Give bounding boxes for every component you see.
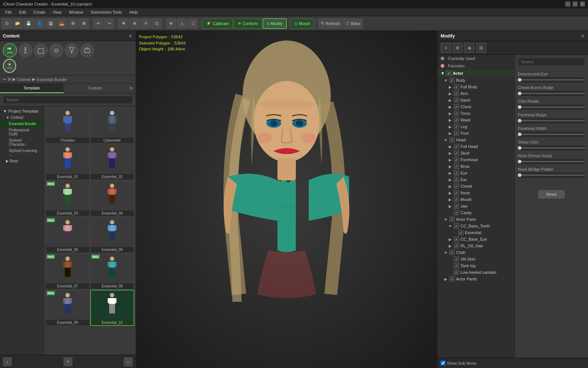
breadcrumb-clothed[interactable]: Clothed <box>17 77 31 82</box>
undo-button[interactable]: ↩ <box>93 18 103 29</box>
sliders-icon-button[interactable]: ≡ <box>441 43 451 53</box>
st-cavity[interactable]: Cavity <box>438 209 514 216</box>
transform-icon-button[interactable]: ⊕ <box>452 43 463 53</box>
grid-item-essential02[interactable]: Essential_02 <box>90 144 135 180</box>
tab-template[interactable]: Template <box>0 84 64 93</box>
st-forehead[interactable]: ▶ Forehead <box>438 156 514 163</box>
tree-essential-bundle[interactable]: Essential Bundle <box>0 121 44 127</box>
export-button[interactable]: 📤 <box>57 18 67 29</box>
arm-checkbox[interactable] <box>454 91 459 96</box>
view1-button[interactable]: 👁 <box>166 18 176 29</box>
downturned-eye-slider[interactable] <box>518 79 585 81</box>
st-actor-parts[interactable]: ▼ Actor Parts <box>438 216 514 223</box>
tab-custom[interactable]: Custom <box>64 84 127 93</box>
favorites-row[interactable]: Favorites <box>438 62 514 70</box>
st-torso[interactable]: ▶ Torso <box>438 110 514 117</box>
cc-eye-checkbox[interactable] <box>454 237 459 242</box>
st-chest[interactable]: ▶ Chest <box>438 103 514 110</box>
tree-group-header-project[interactable]: ▼ Project Template <box>0 108 44 114</box>
view2-button[interactable]: △ <box>177 18 187 29</box>
home-button[interactable]: ⊞ <box>8 77 11 82</box>
st-skull[interactable]: ▶ Skull <box>438 150 514 156</box>
character-mode-button[interactable] <box>3 43 17 57</box>
import-image-button[interactable]: 🖼 <box>46 18 56 29</box>
new-button[interactable]: ⊡ <box>1 18 12 29</box>
leg-checkbox[interactable] <box>454 124 459 129</box>
menu-file[interactable]: File <box>1 9 15 15</box>
essential-checkbox[interactable] <box>458 230 463 235</box>
currently-used-row[interactable]: Currently Used <box>438 55 514 62</box>
breadcrumb-essential[interactable]: Essential Bundle <box>37 77 67 82</box>
maximize-button[interactable]: □ <box>573 1 578 7</box>
st-tank-top[interactable]: Tank top <box>438 262 514 269</box>
menu-view[interactable]: View <box>49 9 65 15</box>
st-cc-base-teeth[interactable]: ▼ CC_Base_Teeth <box>438 223 514 229</box>
st-hand[interactable]: ▶ Hand <box>438 97 514 103</box>
avatar-button[interactable] <box>3 59 16 73</box>
show-sub-items-checkbox[interactable] <box>441 361 445 365</box>
modify-button[interactable]: ≡ Modify <box>263 18 287 29</box>
scroll-down-button[interactable]: ↓ <box>3 357 12 366</box>
menu-submission-tools[interactable]: Submission Tools <box>87 9 126 15</box>
transform-button[interactable]: ⊠ <box>79 18 89 29</box>
cavity-checkbox[interactable] <box>454 210 459 215</box>
grid-item-christian[interactable]: Christian <box>46 108 90 144</box>
st-full-body[interactable]: ▶ Full Body <box>438 84 514 90</box>
move-button[interactable]: ⊕ <box>129 18 140 29</box>
jaw-checkbox[interactable] <box>454 204 459 209</box>
st-arm[interactable]: ▶ Arm <box>438 90 514 97</box>
hair-button[interactable] <box>65 43 79 57</box>
skull-checkbox[interactable] <box>454 151 459 156</box>
st-slit-skirt[interactable]: Slit Skirt <box>438 256 514 262</box>
forehead-checkbox[interactable] <box>454 157 459 162</box>
tree-clothed[interactable]: ▼ Clothed <box>0 114 44 121</box>
tank-top-checkbox[interactable] <box>454 263 459 268</box>
tree-professional-outfit[interactable]: Professional Outfit <box>0 127 44 137</box>
prop-button[interactable] <box>80 43 94 57</box>
search-input[interactable] <box>3 96 133 104</box>
sharp-chin-slider[interactable] <box>518 147 585 149</box>
mode-button-3[interactable] <box>47 59 60 73</box>
nose-bridge-slider[interactable] <box>518 174 585 176</box>
hair-checkbox[interactable] <box>454 243 459 248</box>
add-button[interactable]: + <box>64 357 72 366</box>
more-button[interactable]: ↔ <box>124 357 133 366</box>
sandals-checkbox[interactable] <box>454 270 459 275</box>
forehead-width-slider[interactable] <box>518 134 585 135</box>
cheek-checkbox[interactable] <box>454 184 459 189</box>
mode-button-7[interactable] <box>105 59 118 73</box>
cloth-checkbox[interactable] <box>449 250 455 255</box>
left-panel-close[interactable]: ✕ <box>128 33 133 39</box>
teeth-checkbox[interactable] <box>454 223 459 229</box>
morph-search-input[interactable] <box>518 58 585 66</box>
show-sub-items-checkbox-label[interactable]: Show Sub Items <box>441 361 476 365</box>
st-actor-pants[interactable]: ▶ Actor Pants <box>438 276 514 282</box>
save-button[interactable]: 💾 <box>24 18 34 29</box>
mode-button-5[interactable] <box>76 59 89 73</box>
minimize-button[interactable]: ─ <box>565 1 570 7</box>
bake-button[interactable]: ⬡ Bake <box>343 18 363 29</box>
st-waist[interactable]: ▶ Waist <box>438 117 514 123</box>
character-viewport[interactable] <box>136 31 437 368</box>
slit-skirt-checkbox[interactable] <box>454 256 459 262</box>
st-leg[interactable]: ▶ Leg <box>438 123 514 130</box>
hand-checkbox[interactable] <box>454 98 459 103</box>
brow-checkbox[interactable] <box>454 164 459 169</box>
tree-base[interactable]: ▶ Base <box>0 158 44 164</box>
open-button[interactable]: 📂 <box>12 18 23 29</box>
menu-window[interactable]: Window <box>65 9 87 15</box>
st-nose[interactable]: ▶ Nose <box>438 190 514 196</box>
forehead-bulge-slider[interactable] <box>518 120 585 121</box>
back-button[interactable]: ↩ <box>3 77 6 82</box>
grid-item-essential04[interactable]: Essential_04 <box>90 181 135 216</box>
torso-checkbox[interactable] <box>454 111 459 116</box>
st-full-head[interactable]: ▶ Full Head <box>438 143 514 150</box>
st-eye[interactable]: ▶ Eye <box>438 170 514 176</box>
select-button[interactable]: ✥ <box>118 18 129 29</box>
grid-item-essential03[interactable]: New Essential_03 <box>46 181 90 216</box>
st-head[interactable]: ▼ Head <box>438 137 514 143</box>
mouth-checkbox[interactable] <box>454 197 459 202</box>
foot-checkbox[interactable] <box>454 131 459 136</box>
redo-button[interactable]: ↪ <box>104 18 114 29</box>
st-ear[interactable]: ▶ Ear <box>438 176 514 183</box>
